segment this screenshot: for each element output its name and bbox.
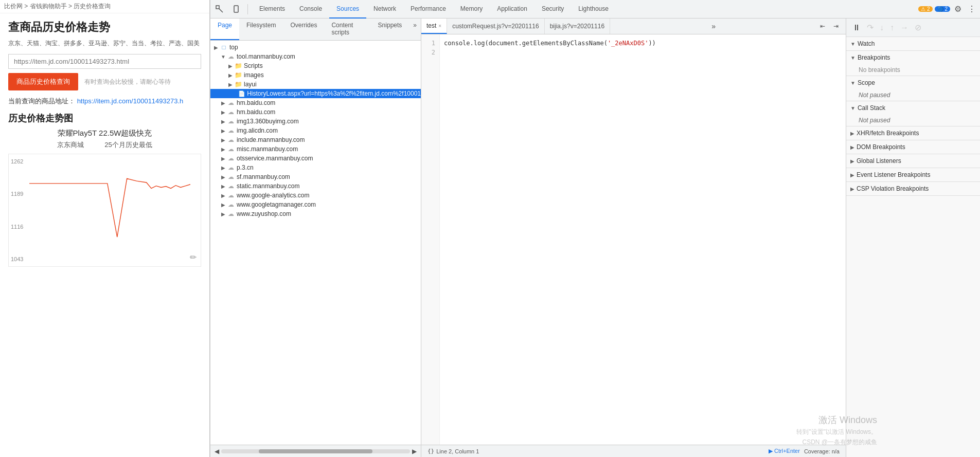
scroll-right-icon[interactable]: ▶ [412,448,417,455]
tree-arrow-hm2: ▶ [220,109,227,115]
cloud-icon-hm2: ☁ [227,108,235,116]
editor-tab-test-close[interactable]: × [438,23,441,29]
svg-rect-2 [234,6,238,12]
step-out-button[interactable]: ↑ [888,22,896,33]
scroll-left-icon[interactable]: ◀ [215,448,219,455]
csp-section: ▶ CSP Violation Breakpoints [846,182,980,196]
callstack-content: Not paused [846,115,980,126]
tree-label-ga: www.google-analytics.com [237,192,309,199]
tree-item-ots-mmb[interactable]: ▶ ☁ otsservice.manmanbuy.com [210,154,421,163]
devtools-body: Page Filesystem Overrides Content script… [210,19,980,457]
tree-item-images[interactable]: ▶ 📁 images [210,70,421,80]
edit-icon[interactable]: ✏ [190,252,197,262]
tree-item-include-mmb[interactable]: ▶ ☁ include.manmanbuy.com [210,135,421,144]
tree-item-sf-mmb[interactable]: ▶ ☁ sf.manmanbuy.com [210,172,421,181]
cloud-icon-360: ☁ [227,118,235,125]
cloud-icon-gtm: ☁ [227,201,235,208]
devtools-tabs: Elements Console Sources Network Perform… [252,0,916,19]
tab-application[interactable]: Application [490,0,534,19]
sources-tab-filesystem[interactable]: Filesystem [239,19,283,40]
tree-item-layui[interactable]: ▶ 📁 layui [210,80,421,89]
tree-item-alicdn[interactable]: ▶ ☁ img.alicdn.com [210,126,421,135]
tree-item-gtm[interactable]: ▶ ☁ www.googletagmanager.com [210,200,421,209]
scope-section: ▼ Scope Not paused [846,76,980,101]
pause-button[interactable]: ⏸ [850,22,863,33]
tree-item-historylowest[interactable]: 📄 HistoryLowest.aspx?url=https%3a%2f%2fi… [210,89,421,98]
tab-memory[interactable]: Memory [453,0,490,19]
deactivate-button[interactable]: ⊘ [913,22,923,33]
format-icon[interactable]: {} [427,448,434,454]
more-icon[interactable]: ⋮ [966,2,978,16]
watch-section-header[interactable]: ▼ Watch [846,37,980,50]
editor-tab-custom-label: customRequest.js?v=20201116 [452,23,539,30]
breakpoints-content: No breakpoints [846,64,980,76]
cloud-icon-misc: ☁ [227,145,235,153]
sources-tab-content-scripts[interactable]: Content scripts [324,19,370,40]
editor-tab-test-label: test [426,22,436,29]
tab-console[interactable]: Console [292,0,329,19]
horizontal-scrollbar-thumb[interactable] [259,449,372,453]
tab-performance[interactable]: Performance [403,0,453,19]
editor-tab-custom-request[interactable]: customRequest.js?v=20201116 [447,19,544,34]
tree-item-tool-manmanbuy[interactable]: ▼ ☁ tool.manmanbuy.com [210,52,421,61]
tree-item-hm-baidu-1[interactable]: ▶ ☁ hm.baidu.com [210,98,421,107]
tree-item-static-mmb[interactable]: ▶ ☁ static.manmanbuy.com [210,181,421,191]
editor-statusbar: {} Line 2, Column 1 ▶ Ctrl+Enter Coverag… [421,445,846,457]
csp-section-header[interactable]: ▶ CSP Violation Breakpoints [846,182,980,195]
step-button[interactable]: → [898,22,911,33]
step-over-button[interactable]: ↷ [865,22,876,33]
tree-item-hm-baidu-2[interactable]: ▶ ☁ hm.baidu.com [210,107,421,117]
expand-left-btn[interactable]: ⇤ [817,21,828,32]
inspect-button[interactable] [212,3,227,15]
xhr-section-header[interactable]: ▶ XHR/fetch Breakpoints [846,126,980,140]
callstack-section-header[interactable]: ▼ Call Stack [846,101,980,115]
sources-tab-page[interactable]: Page [210,19,239,40]
sources-tab-snippets[interactable]: Snippets [371,19,409,40]
cloud-icon-ali: ☁ [227,127,235,134]
tree-item-google-analytics[interactable]: ▶ ☁ www.google-analytics.com [210,191,421,200]
settings-icon[interactable]: ⚙ [952,2,964,16]
tree-item-p3cn[interactable]: ▶ ☁ p.3.cn [210,163,421,172]
global-arrow: ▶ [850,158,854,164]
current-url-link[interactable]: https://item.jd.com/100011493273.h [77,97,184,105]
code-content[interactable]: console.log(document.getElementsByClassN… [440,34,846,445]
tree-item-zuyu[interactable]: ▶ ☁ www.zuyushop.com [210,209,421,218]
tree-item-top[interactable]: ▶ □ top [210,43,421,52]
step-into-button[interactable]: ↓ [878,22,886,33]
tree-arrow-p3: ▶ [220,165,227,171]
tab-sources[interactable]: Sources [329,0,366,19]
dom-section-header[interactable]: ▶ DOM Breakpoints [846,140,980,154]
tab-network[interactable]: Network [366,0,403,19]
device-toggle-button[interactable] [229,3,243,15]
line-numbers: 1 2 [421,34,440,445]
sources-tabs: Page Filesystem Overrides Content script… [210,19,421,41]
search-button[interactable]: 商品历史价格查询 [8,73,78,90]
event-listener-header[interactable]: ▶ Event Listener Breakpoints [846,168,980,181]
editor-tab-bijia[interactable]: bijia.js?v=20201116 [545,19,610,34]
editor-tab-test[interactable]: test × [421,19,447,34]
scope-section-header[interactable]: ▼ Scope [846,76,980,89]
search-input[interactable] [8,54,201,69]
code-line-2 [444,48,842,57]
tree-item-scripts[interactable]: ▶ 📁 Scripts [210,61,421,70]
tree-item-misc-mmb[interactable]: ▶ ☁ misc.manmanbuy.com [210,144,421,154]
editor-tab-overflow-icon[interactable]: » [707,22,720,30]
scope-label: Scope [858,79,875,86]
chart-y-labels: 1262 1189 1116 1043 [9,154,25,266]
tab-lighthouse[interactable]: Lighthouse [571,0,616,19]
run-label[interactable]: ▶ Ctrl+Enter [769,448,800,454]
sources-tab-overrides[interactable]: Overrides [283,19,324,40]
devtools-toolbar: Elements Console Sources Network Perform… [210,0,980,19]
sources-bottom-bar: ◀ ▶ [210,445,421,457]
tab-security[interactable]: Security [534,0,571,19]
global-listeners-header[interactable]: ▶ Global Listeners [846,154,980,168]
tree-label-zuyu: www.zuyushop.com [237,210,291,217]
y-label-1: 1189 [11,191,23,197]
breakpoints-section-header[interactable]: ▼ Breakpoints [846,51,980,64]
tree-item-360buy[interactable]: ▶ ☁ img13.360buyimg.com [210,117,421,126]
tab-elements[interactable]: Elements [252,0,292,19]
tree-arrow-ga: ▶ [220,193,227,198]
folder-icon-layui: 📁 [234,81,242,88]
sources-tab-more[interactable]: » [409,19,421,40]
expand-right-btn[interactable]: ⇥ [830,21,842,32]
